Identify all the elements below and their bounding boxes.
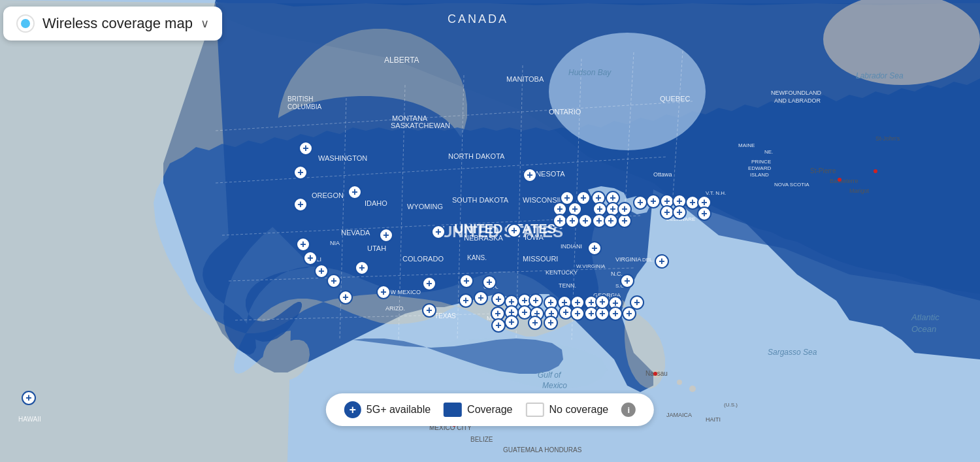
map-marker-m20[interactable]: +: [491, 292, 506, 306]
svg-text:NORTH DAKOTA: NORTH DAKOTA: [448, 152, 505, 160]
map-marker-m8[interactable]: +: [303, 251, 318, 265]
map-marker-m12[interactable]: +: [338, 290, 353, 305]
svg-text:Labrador Sea: Labrador Sea: [856, 71, 904, 80]
svg-text:HAWAII: HAWAII: [18, 416, 41, 423]
map-marker-m41[interactable]: +: [595, 295, 610, 309]
svg-text:IDAHO: IDAHO: [365, 199, 387, 207]
svg-point-94: [874, 169, 877, 173]
no-coverage-box-icon: [525, 403, 544, 417]
legend-bar: + 5G+ available Coverage No coverage i: [326, 393, 654, 426]
map-marker-m46[interactable]: +: [630, 295, 644, 310]
svg-text:W.VIRGINIA: W.VIRGINIA: [576, 263, 606, 269]
map-container: WASHINGTON OREGON NEVADA CALI NIA IDAHO …: [0, 0, 980, 462]
map-marker-m14[interactable]: +: [422, 303, 436, 318]
map-marker-m73[interactable]: +: [587, 241, 602, 256]
map-marker-m19[interactable]: +: [482, 275, 497, 289]
map-marker-m4[interactable]: +: [293, 197, 308, 212]
svg-text:COLUMBIA: COLUMBIA: [287, 103, 322, 110]
map-marker-m48[interactable]: +: [523, 168, 537, 182]
svg-text:UNITED STATES: UNITED STATES: [441, 223, 563, 240]
svg-text:(U.S.): (U.S.): [724, 402, 738, 408]
svg-text:Ottawa: Ottawa: [653, 171, 672, 178]
map-marker-m72[interactable]: +: [697, 206, 711, 221]
svg-text:GUATEMALA HONDURAS: GUATEMALA HONDURAS: [503, 446, 582, 454]
5g-icon: +: [344, 401, 361, 418]
map-marker-m61[interactable]: +: [604, 214, 618, 228]
legend-no-coverage-item: No coverage: [525, 403, 608, 417]
legend-coverage-item: Coverage: [444, 403, 512, 417]
svg-text:ISLAND: ISLAND: [750, 172, 769, 178]
map-marker-m74[interactable]: +: [655, 254, 669, 269]
map-marker-m17[interactable]: +: [459, 293, 473, 308]
svg-text:ONTARIO: ONTARIO: [549, 108, 581, 116]
map-marker-m27[interactable]: +: [491, 318, 506, 333]
map-marker-m69[interactable]: +: [672, 205, 687, 220]
svg-text:COLORADO: COLORADO: [402, 255, 444, 263]
map-marker-m3[interactable]: +: [348, 185, 362, 199]
legend-5g-label: 5G+ available: [367, 404, 431, 416]
legend-no-coverage-label: No coverage: [549, 404, 608, 416]
svg-text:NEWFOUNDLAND: NEWFOUNDLAND: [771, 90, 822, 96]
svg-text:NOVA SCOTIA: NOVA SCOTIA: [774, 182, 809, 188]
map-marker-m37[interactable]: +: [570, 306, 585, 321]
svg-text:TEXAS: TEXAS: [434, 312, 456, 320]
legend-coverage-label: Coverage: [467, 404, 512, 416]
svg-text:PRINCE: PRINCE: [751, 159, 771, 165]
svg-text:EDWARD: EDWARD: [748, 165, 771, 171]
svg-text:St-John's: St-John's: [875, 135, 900, 142]
chevron-down-icon: ∨: [201, 16, 209, 31]
svg-text:DEL.: DEL.: [642, 257, 654, 263]
map-marker-m9[interactable]: +: [314, 264, 329, 278]
map-marker-m44[interactable]: +: [620, 274, 634, 288]
coverage-map-svg: WASHINGTON OREGON NEVADA CALI NIA IDAHO …: [0, 0, 980, 462]
svg-text:MANITOBA: MANITOBA: [506, 75, 544, 83]
svg-text:WYOMING: WYOMING: [407, 203, 443, 210]
map-marker-m2[interactable]: +: [293, 165, 308, 180]
map-marker-m11[interactable]: +: [327, 274, 341, 288]
map-marker-m5[interactable]: +: [379, 228, 393, 242]
brand-logo: [16, 14, 35, 33]
map-marker-m47[interactable]: +: [507, 223, 521, 238]
svg-point-2: [549, 33, 706, 150]
svg-text:OREGON: OREGON: [312, 191, 344, 199]
map-marker-m23[interactable]: +: [529, 293, 543, 308]
map-marker-m34[interactable]: +: [544, 316, 558, 330]
map-marker-m43[interactable]: +: [608, 306, 623, 321]
map-marker-m6[interactable]: +: [431, 225, 446, 239]
svg-text:CANADA: CANADA: [448, 12, 508, 25]
map-marker-m10[interactable]: +: [355, 261, 369, 275]
map-marker-m63[interactable]: +: [617, 202, 632, 216]
svg-text:NE.: NE.: [764, 149, 773, 155]
map-marker-m13[interactable]: +: [376, 285, 391, 299]
svg-text:KENTUCKY: KENTUCKY: [546, 269, 578, 276]
svg-text:MAINE: MAINE: [738, 142, 755, 148]
map-marker-m28[interactable]: +: [504, 315, 519, 329]
svg-point-95: [838, 178, 841, 182]
map-marker-m15[interactable]: +: [422, 276, 436, 291]
svg-text:SASKATCHEWAN: SASKATCHEWAN: [391, 122, 450, 129]
svg-text:INDIANI: INDIANI: [561, 243, 582, 250]
map-marker-m7[interactable]: +: [296, 237, 310, 252]
map-marker-m18[interactable]: +: [474, 291, 488, 305]
title-card[interactable]: Wireless coverage map ∨: [3, 7, 222, 41]
svg-text:MISSOURI: MISSOURI: [523, 255, 558, 263]
map-marker-m1[interactable]: +: [299, 141, 313, 156]
legend-info-button[interactable]: i: [621, 403, 636, 417]
svg-text:ARIZO.: ARIZO.: [385, 305, 405, 312]
svg-text:V.T.  N.H.: V.T. N.H.: [706, 190, 726, 196]
map-marker-m75[interactable]: +: [22, 391, 36, 405]
svg-point-4: [677, 380, 682, 385]
map-marker-m33[interactable]: +: [528, 316, 542, 330]
svg-text:BRITISH: BRITISH: [287, 95, 313, 103]
svg-text:QUEBEC: QUEBEC: [660, 95, 691, 103]
map-marker-m64[interactable]: +: [633, 195, 647, 210]
svg-text:Gulf of: Gulf of: [538, 371, 562, 380]
map-marker-m59[interactable]: +: [578, 214, 593, 228]
svg-text:TENN.: TENN.: [559, 282, 576, 289]
svg-text:KANS.: KANS.: [467, 254, 487, 261]
svg-point-5: [689, 386, 696, 392]
map-marker-m16[interactable]: +: [459, 274, 474, 288]
map-marker-m65[interactable]: +: [646, 194, 661, 208]
svg-text:Basseterre: Basseterre: [830, 178, 858, 184]
map-marker-m58[interactable]: +: [565, 214, 580, 228]
